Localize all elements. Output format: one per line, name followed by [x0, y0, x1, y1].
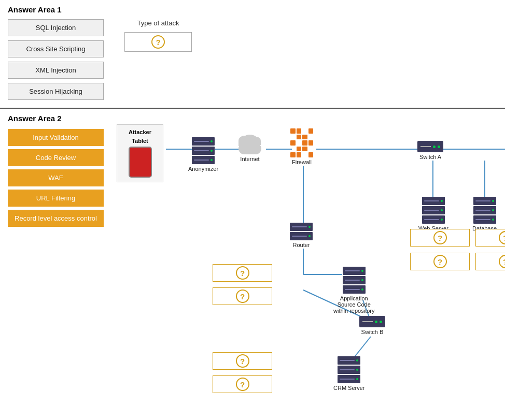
drop-zone-left-2[interactable]: ?	[213, 287, 272, 305]
drag-item-record-access[interactable]: Record level access control	[8, 210, 104, 227]
firewall-icon	[290, 128, 313, 157]
type-attack-column: Type of attack ?	[124, 19, 192, 52]
crm-server-label: CRM Server	[333, 385, 365, 391]
attacker-title: Attacker	[129, 129, 151, 135]
drag-item-code-review[interactable]: Code Review	[8, 149, 104, 166]
area2-drag-items: Answer Area 2 Input Validation Code Revi…	[8, 114, 111, 394]
switch-b-label: Switch B	[361, 329, 384, 335]
qmark-ws-2: ?	[433, 255, 447, 268]
switch-a-icon	[417, 141, 443, 152]
drop-zone-ws-1[interactable]: ?	[410, 229, 470, 247]
anonymizer-label: Anonymizer	[188, 166, 218, 172]
drop-zone-db-1[interactable]: ?	[475, 229, 505, 247]
qmark-db-1: ?	[499, 231, 506, 244]
drop-zone-db-2[interactable]: ?	[475, 253, 505, 270]
area1-drag-items: SQL Injection Cross Site Scripting XML I…	[8, 19, 104, 100]
database-icon	[473, 197, 496, 224]
drag-item-session[interactable]: Session Hijacking	[8, 83, 104, 100]
drop-zone-left-1[interactable]: ?	[213, 264, 272, 282]
qmark-crm-2: ?	[236, 378, 249, 391]
answer-area-1: Answer Area 1 SQL Injection Cross Site S…	[0, 0, 505, 109]
internet-label: Internet	[240, 156, 259, 162]
web-server-node: Web Server	[418, 197, 448, 231]
area1-title: Answer Area 1	[8, 5, 497, 14]
network-diagram: Attacker Tablet Anonymizer Inter	[111, 114, 505, 394]
switch-b-icon	[359, 316, 385, 327]
anonymizer-node: Anonymizer	[188, 137, 218, 172]
qmark-left-2: ?	[236, 289, 249, 303]
crm-server-node: CRM Server	[333, 356, 365, 391]
drag-item-url-filtering[interactable]: URL Filtering	[8, 190, 104, 207]
firewall-label: Firewall	[292, 159, 312, 165]
anonymizer-icon	[192, 137, 215, 164]
drag-item-input-validation[interactable]: Input Validation	[8, 129, 104, 146]
database-node: Database	[472, 197, 497, 231]
firewall-node: Firewall	[290, 128, 313, 165]
switch-a-label: Switch A	[419, 154, 441, 160]
area2-title: Answer Area 2	[8, 114, 111, 123]
qmark-left-1: ?	[236, 266, 249, 280]
switch-a-node: Switch A	[417, 141, 443, 160]
tablet-icon	[129, 147, 152, 178]
drag-item-xml[interactable]: XML Injection	[8, 62, 104, 79]
switch-b-node: Switch B	[359, 316, 385, 335]
app-source-icon	[343, 267, 366, 294]
router-label: Router	[292, 242, 310, 248]
drag-item-sql[interactable]: SQL Injection	[8, 19, 104, 36]
web-server-icon	[422, 197, 445, 224]
drop-zone-ws-2[interactable]: ?	[410, 253, 470, 270]
drag-item-xss[interactable]: Cross Site Scripting	[8, 40, 104, 57]
type-attack-label: Type of attack	[137, 19, 179, 27]
area1-question-mark: ?	[151, 35, 165, 49]
answer-area-2: Answer Area 2 Input Validation Code Revi…	[0, 109, 505, 399]
router-icon	[290, 223, 313, 240]
drag-item-waf[interactable]: WAF	[8, 169, 104, 186]
app-source-node: Application Source Code within repositor…	[333, 267, 374, 314]
qmark-db-2: ?	[499, 255, 506, 268]
app-source-label: Application Source Code within repositor…	[333, 295, 374, 314]
internet-cloud-icon	[236, 136, 264, 154]
router-node: Router	[290, 223, 313, 248]
attacker-tablet-node: Attacker Tablet	[117, 124, 163, 182]
drop-zone-crm-1[interactable]: ?	[213, 352, 272, 370]
drop-zone-crm-2[interactable]: ?	[213, 375, 272, 393]
attacker-subtitle: Tablet	[132, 138, 148, 144]
internet-node: Internet	[236, 136, 264, 162]
area1-drop-zone[interactable]: ?	[124, 32, 192, 52]
crm-server-icon	[338, 356, 360, 383]
qmark-ws-1: ?	[433, 231, 447, 244]
qmark-crm-1: ?	[236, 354, 249, 368]
